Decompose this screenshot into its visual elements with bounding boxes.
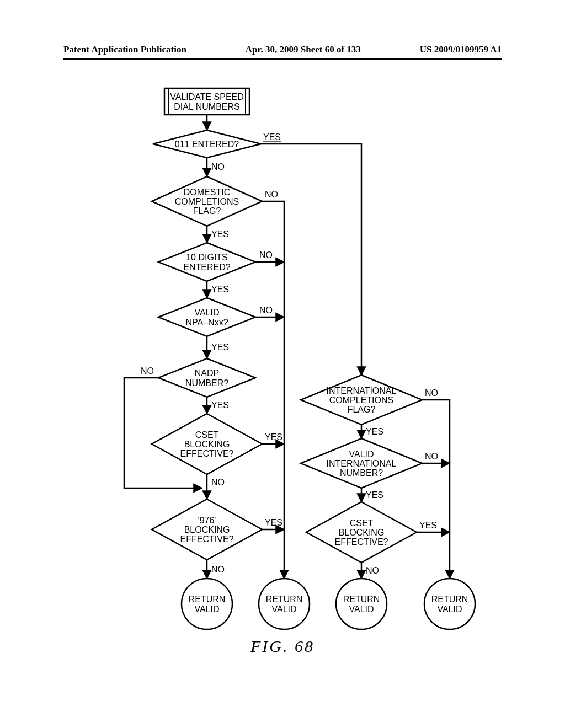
edge-d1-yes: YES bbox=[263, 132, 281, 142]
edge-d10-yes: YES bbox=[419, 521, 437, 530]
figure-label: FIG. 68 bbox=[0, 637, 565, 656]
node-d7-l1: '976' bbox=[198, 516, 216, 525]
edge-d9-no: NO bbox=[425, 452, 438, 461]
node-d3: 10 DIGITS ENTERED? bbox=[158, 243, 255, 281]
node-d9-l2: INTERNATIONAL bbox=[327, 459, 397, 468]
edge-d1-no: NO bbox=[211, 162, 225, 172]
node-t3-l1: RETURN bbox=[343, 595, 380, 604]
edge-d3-no: NO bbox=[259, 250, 273, 260]
node-t2: RETURN VALID bbox=[259, 579, 310, 629]
node-t3: RETURN VALID bbox=[336, 579, 387, 629]
node-d9-l3: NUMBER? bbox=[340, 468, 383, 478]
node-d8-l2: COMPLETIONS bbox=[329, 395, 393, 405]
node-d2-l3: FLAG? bbox=[193, 206, 221, 216]
page: Patent Application Publication Apr. 30, … bbox=[0, 0, 565, 728]
node-d10-l3: EFFECTIVE? bbox=[335, 537, 388, 547]
edge-d3-yes: YES bbox=[211, 285, 229, 294]
node-t4-l1: RETURN bbox=[431, 595, 468, 604]
node-d5: NADP NUMBER? bbox=[158, 358, 255, 397]
flowchart: VALIDATE SPEED DIAL NUMBERS 011 ENTERED?… bbox=[63, 83, 502, 667]
edge-d8-yes: YES bbox=[366, 427, 383, 436]
page-header: Patent Application Publication Apr. 30, … bbox=[0, 44, 565, 55]
node-t1: RETURN VALID bbox=[182, 579, 232, 629]
header-right: US 2009/0109959 A1 bbox=[420, 44, 502, 55]
node-d8: INTERNATIONAL COMPLETIONS FLAG? bbox=[301, 375, 422, 425]
edge-d9-yes: YES bbox=[366, 490, 383, 500]
node-t1-l1: RETURN bbox=[189, 595, 226, 604]
node-start-l2: DIAL NUMBERS bbox=[174, 102, 239, 111]
node-d6-l2: BLOCKING bbox=[184, 440, 230, 449]
node-d6: CSET BLOCKING EFFECTIVE? bbox=[152, 414, 262, 474]
header-center: Apr. 30, 2009 Sheet 60 of 133 bbox=[246, 44, 361, 55]
node-d3-l2: ENTERED? bbox=[183, 263, 230, 272]
node-d9-l1: VALID bbox=[349, 449, 374, 459]
edge-d7-no: NO bbox=[211, 565, 225, 574]
node-t2-l2: VALID bbox=[271, 604, 296, 614]
edge-d5-yes: YES bbox=[211, 400, 229, 410]
node-t4: RETURN VALID bbox=[424, 579, 475, 629]
node-d10-l1: CSET bbox=[350, 518, 374, 528]
node-d6-l1: CSET bbox=[195, 430, 219, 440]
node-start: VALIDATE SPEED DIAL NUMBERS bbox=[164, 88, 249, 115]
edge-d2-no: NO bbox=[265, 190, 278, 199]
edge-d5-no: NO bbox=[141, 366, 154, 376]
node-d2: DOMESTIC COMPLETIONS FLAG? bbox=[152, 176, 262, 226]
edge-d4-yes: YES bbox=[211, 342, 229, 352]
header-rule bbox=[63, 58, 502, 60]
node-start-l1: VALIDATE SPEED bbox=[170, 92, 244, 101]
edge-d2-yes: YES bbox=[211, 229, 229, 239]
node-t2-l1: RETURN bbox=[266, 595, 303, 604]
node-d8-l3: FLAG? bbox=[348, 405, 376, 414]
node-d5-l2: NUMBER? bbox=[185, 378, 228, 388]
edge-d10-no: NO bbox=[366, 566, 379, 575]
node-t3-l2: VALID bbox=[349, 604, 374, 614]
node-t4-l2: VALID bbox=[437, 604, 462, 614]
node-d4: VALID NPA–Nxx? bbox=[158, 298, 255, 336]
node-d2-l1: DOMESTIC bbox=[184, 188, 230, 197]
node-t1-l2: VALID bbox=[194, 604, 219, 614]
node-d7-l3: EFFECTIVE? bbox=[180, 534, 234, 544]
edge-d6-yes: YES bbox=[265, 432, 282, 442]
node-d10-l2: BLOCKING bbox=[339, 528, 385, 537]
node-d8-l1: INTERNATIONAL bbox=[327, 386, 397, 395]
node-d3-l1: 10 DIGITS bbox=[186, 253, 228, 262]
node-d6-l3: EFFECTIVE? bbox=[180, 449, 234, 458]
edge-d6-no: NO bbox=[211, 478, 225, 487]
edge-d4-no: NO bbox=[259, 306, 273, 315]
node-d2-l2: COMPLETIONS bbox=[175, 197, 239, 206]
node-d4-l1: VALID bbox=[194, 308, 219, 317]
node-d10: CSET BLOCKING EFFECTIVE? bbox=[306, 502, 417, 563]
node-d7-l2: BLOCKING bbox=[184, 525, 230, 534]
node-d5-l1: NADP bbox=[195, 368, 219, 378]
node-d7: '976' BLOCKING EFFECTIVE? bbox=[152, 499, 262, 560]
edge-d8-no: NO bbox=[425, 388, 438, 398]
node-d1-text: 011 ENTERED? bbox=[175, 140, 239, 149]
header-left: Patent Application Publication bbox=[63, 44, 186, 55]
node-d4-l2: NPA–Nxx? bbox=[185, 318, 228, 327]
node-d9: VALID INTERNATIONAL NUMBER? bbox=[301, 438, 422, 488]
edge-d7-yes: YES bbox=[265, 518, 282, 527]
node-d1: 011 ENTERED? bbox=[153, 130, 261, 158]
